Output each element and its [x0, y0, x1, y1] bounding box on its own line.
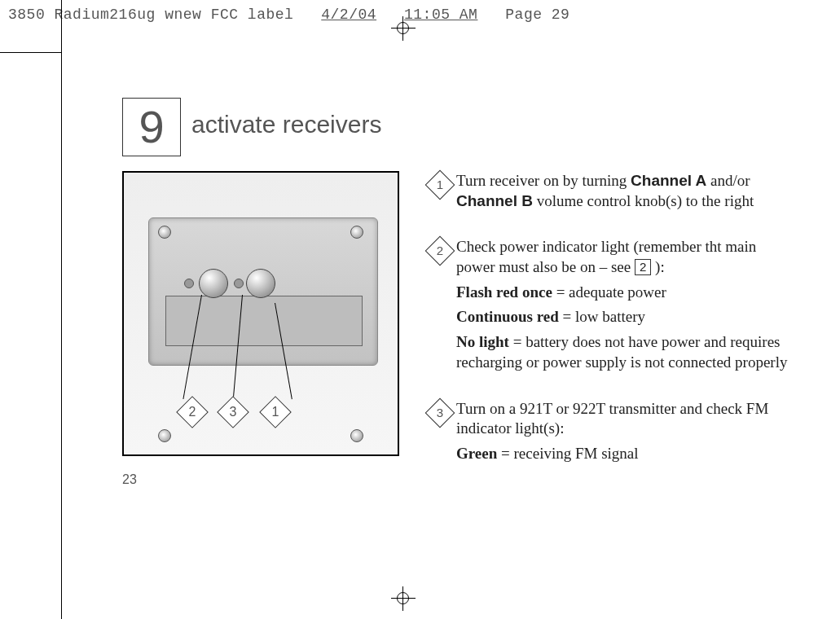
- step-paragraph: Turn on a 921T or 922T transmitter and c…: [456, 399, 798, 439]
- print-header: 3850 Radium216ug wnew FCC label 4/2/04 1…: [8, 7, 570, 23]
- screw-icon: [158, 429, 171, 442]
- step-marker-number: 3: [430, 403, 450, 423]
- volume-knob-a: [199, 269, 228, 298]
- section-number: 9: [139, 104, 164, 150]
- diamond-icon: 3: [425, 397, 455, 428]
- step-paragraph: Green = receiving FM signal: [456, 444, 798, 464]
- figure-callout: 2: [176, 396, 209, 428]
- step-paragraph: Turn receiver on by turning Channel A an…: [456, 171, 798, 211]
- step-body: Check power indicator light (remember th…: [456, 237, 798, 377]
- print-date: 4/2/04: [321, 7, 376, 23]
- text-run: and/or: [706, 172, 750, 189]
- content-area: 9 activate receivers 2 3 1 23 1Turn rece…: [98, 98, 807, 570]
- crop-mark-icon: [61, 0, 62, 619]
- instruction-step: 3Turn on a 921T or 922T transmitter and …: [424, 399, 798, 469]
- text-run: Turn receiver on by turning: [456, 172, 631, 189]
- text-run: Channel A: [631, 172, 706, 189]
- step-paragraph: Check power indicator light (remember th…: [456, 237, 798, 277]
- step-marker-number: 1: [430, 175, 450, 195]
- text-run: Flash red once: [456, 283, 552, 301]
- section-title: activate receivers: [191, 111, 381, 138]
- print-page: Page 29: [505, 7, 570, 23]
- text-run: volume control knob(s) to the right: [533, 192, 754, 209]
- instruction-step: 2Check power indicator light (remember t…: [424, 237, 798, 377]
- power-led-icon: [184, 279, 194, 288]
- figure-callout: 1: [259, 396, 292, 428]
- instruction-steps: 1Turn receiver on by turning Channel A a…: [424, 171, 798, 490]
- section-number-box: 9: [122, 98, 181, 156]
- step-paragraph: No light = battery does not have power a…: [456, 332, 798, 372]
- step-marker-number: 2: [430, 241, 450, 261]
- step-paragraph: Continuous red = low battery: [456, 307, 798, 327]
- text-run: = receiving FM signal: [497, 445, 638, 462]
- step-marker: 1: [424, 171, 456, 216]
- text-run: = adequate power: [552, 283, 666, 301]
- screw-icon: [350, 429, 363, 442]
- text-run: Continuous red: [456, 308, 559, 325]
- step-paragraph: Flash red once = adequate power: [456, 283, 798, 303]
- inline-step-ref: 2: [635, 259, 651, 275]
- screw-icon: [158, 226, 171, 239]
- step-marker: 3: [424, 399, 456, 469]
- text-run: Turn on a 921T or 922T transmitter and c…: [456, 400, 768, 437]
- diamond-icon: 2: [425, 236, 455, 266]
- text-run: Green: [456, 445, 497, 462]
- step-body: Turn receiver on by turning Channel A an…: [456, 171, 798, 216]
- page-number: 23: [122, 472, 137, 487]
- step-body: Turn on a 921T or 922T transmitter and c…: [456, 399, 798, 469]
- instruction-step: 1Turn receiver on by turning Channel A a…: [424, 171, 798, 216]
- figure-callout: 3: [217, 396, 249, 428]
- device-figure: 2 3 1: [122, 171, 399, 456]
- step-marker: 2: [424, 237, 456, 377]
- text-run: ):: [651, 258, 664, 275]
- text-run: = low battery: [559, 308, 645, 325]
- page: 3850 Radium216ug wnew FCC label 4/2/04 1…: [0, 0, 840, 619]
- registration-mark-icon: [391, 586, 416, 611]
- text-run: Channel B: [456, 192, 533, 209]
- text-run: Check power indicator light (remember th…: [456, 238, 756, 275]
- print-filename: 3850 Radium216ug wnew FCC label: [8, 7, 293, 23]
- diamond-icon: 1: [425, 170, 455, 200]
- text-run: No light: [456, 333, 509, 350]
- registration-mark-icon: [391, 16, 416, 41]
- volume-knob-b: [246, 269, 275, 298]
- crop-mark-icon: [0, 52, 61, 53]
- fm-led-icon: [234, 279, 244, 288]
- screw-icon: [350, 226, 363, 239]
